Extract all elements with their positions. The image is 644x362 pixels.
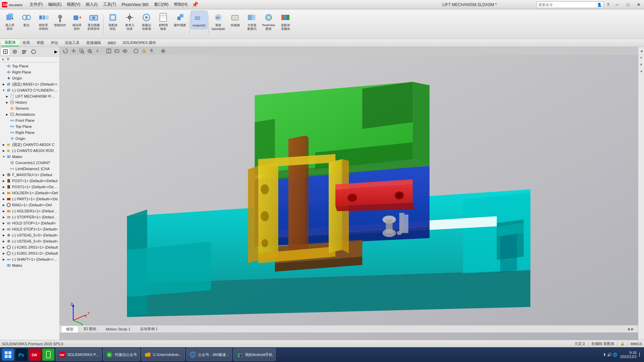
tree-holder[interactable]: ▶ HOLDER<1> (Default<<Def <box>0 190 59 196</box>
tree-chanto-ab10x-c[interactable]: ▶ (固定) CHANTO AB10X C <box>0 142 59 148</box>
pan-view-button[interactable] <box>70 47 77 55</box>
search-input[interactable] <box>537 1 604 8</box>
tree-61901-2[interactable]: ▶ (-) 61901-2RS1<2> (Default <box>0 250 59 256</box>
taskbar-solidworks-icon[interactable]: SW <box>29 349 41 361</box>
toolbar-realview[interactable]: RealView图形 <box>260 11 277 32</box>
tree-holdstop[interactable]: ▶ HOLD STOP<1> (Default< <box>0 220 59 226</box>
tree-front-plane[interactable]: Front Plane <box>0 117 59 123</box>
toolbar-bom[interactable]: 材料明细表 <box>155 11 172 32</box>
toolbar-show-hide[interactable]: 显示隐藏的零部件 <box>85 11 102 32</box>
toolbar-mate[interactable]: 配合 <box>18 11 35 29</box>
toolbar-color[interactable]: 装配体变颜色 <box>277 11 294 32</box>
tree-lift-mech-doc[interactable]: ▶ LIFT MECHANISM 中的部 <box>0 93 59 99</box>
tree-origin-inner[interactable]: Origin <box>0 136 59 142</box>
right-btn-4[interactable]: ◈ <box>639 68 644 74</box>
help-icon[interactable]: ? <box>604 3 612 7</box>
tree-base[interactable]: ▶ (固定) BASE<1> (Default<< <box>0 81 59 87</box>
maximize-button[interactable]: □ <box>623 0 633 9</box>
zoom-fit-button[interactable] <box>86 47 93 55</box>
display-style-button[interactable] <box>113 47 121 55</box>
appearance-button[interactable] <box>132 47 140 55</box>
tree-post1-1[interactable]: ▶ POST1<1> (Default<<Defau <box>0 184 59 190</box>
taskbar-photoshop[interactable]: Ps <box>15 349 28 361</box>
tree-sensors[interactable]: Sensors <box>0 105 59 111</box>
user-icon[interactable]: 👤 <box>594 3 604 7</box>
tree-holdstop1[interactable]: ▶ HOLD STOP1<1> (Default< <box>0 226 59 232</box>
tab-layout[interactable]: 布局 <box>19 40 33 46</box>
tree-usteh3[interactable]: ▶ (-) USTEH5_5<3> (Default< <box>0 232 59 238</box>
menu-edit[interactable]: 编辑(E) <box>45 0 64 9</box>
menu-window[interactable]: 窗口(W) <box>151 0 171 9</box>
tree-mates-bottom[interactable]: Mates <box>0 262 59 268</box>
prev-view-button[interactable] <box>94 47 101 55</box>
tree-limitdistance1[interactable]: LimitDistance1 (CHA <box>0 166 59 172</box>
tree-origin[interactable]: Origin <box>0 75 59 81</box>
zoom-box-button[interactable] <box>78 47 85 55</box>
tab-motion-study1[interactable]: Motion Study 1 <box>101 326 135 332</box>
toolbar-instant3d[interactable]: 3D Instant3D <box>191 11 208 29</box>
tab-3d-drawing[interactable]: 3D 图纸 <box>79 326 101 332</box>
tree-right-plane[interactable]: Right Plane <box>0 69 59 75</box>
toolbar-explode[interactable]: 爆炸视图 <box>172 11 188 29</box>
search-bar[interactable]: 🔍 <box>537 1 604 8</box>
taskbar-phone[interactable] <box>42 349 54 361</box>
panel-tab-config[interactable] <box>10 48 19 56</box>
tab-sketch[interactable]: 草图 <box>33 40 47 46</box>
scroll-left-btn[interactable]: ◀ <box>627 327 630 331</box>
toolbar-motion-study[interactable]: 新建运动算例 <box>138 11 155 32</box>
menu-view[interactable]: 视图(V) <box>64 0 83 9</box>
hide-show-button[interactable] <box>121 47 129 55</box>
taskbar-show-desktop[interactable]: ▏ <box>639 353 642 357</box>
tree-fm4x[interactable]: ▶ F_M4X070U<1> (Defaul <box>0 172 59 178</box>
3d-viewport[interactable]: Z X Y <box>60 55 638 347</box>
tree-concentric1[interactable]: Concentric1 (CHANT <box>0 160 59 166</box>
taskbar-android-app[interactable]: 📱 我的Android手机 <box>233 348 276 361</box>
tree-stopper[interactable]: ▶ (-) STOPPER<1> (Default<< <box>0 214 59 220</box>
tree-top-plane[interactable]: Top Plane <box>0 63 59 69</box>
menu-file[interactable]: 文件(F) <box>27 0 45 9</box>
minimize-button[interactable]: ─ <box>612 0 623 9</box>
taskbar-browser-app[interactable]: 公众号 - 360极速... <box>186 348 232 361</box>
tree-usteh4[interactable]: ▶ (-) USTEH5_5<4> (Default< <box>0 238 59 244</box>
toolbar-ref-geometry[interactable]: 参考几何体 <box>121 11 138 32</box>
right-btn-1[interactable]: ◀ <box>639 48 644 54</box>
scroll-right-btn[interactable]: ▶ <box>631 327 634 331</box>
section-view-button[interactable] <box>105 47 112 55</box>
tree-part1[interactable]: ▶ (-) PART1<1> (Default<<De <box>0 196 59 202</box>
tab-plugins[interactable]: SOLIDWORKS 插件 <box>119 40 159 46</box>
tree-history[interactable]: ▶ History <box>0 99 59 105</box>
toolbar-shortcut[interactable]: ⚡ 快捷键 <box>227 11 243 29</box>
panel-tab-props[interactable] <box>19 48 29 56</box>
menu-help[interactable]: 帮助(H) <box>171 0 190 9</box>
tab-motion-case1[interactable]: 运动算例 1 <box>135 326 163 332</box>
tree-top-plane-inner[interactable]: Top Plane <box>0 123 59 130</box>
tab-assembly[interactable]: 装配体 <box>1 39 19 46</box>
rotate-view-button[interactable] <box>62 47 69 55</box>
tree-holder1[interactable]: ▶ (-) HOLDER1<1> (Default<< <box>0 208 59 214</box>
scene-button[interactable] <box>140 47 148 55</box>
panel-tab-model[interactable] <box>1 48 10 56</box>
tree-61901-1[interactable]: ▶ (-) 61901-2RS1<1> (Default <box>0 244 59 250</box>
shadows-button[interactable] <box>148 47 156 55</box>
taskbar-folder-app[interactable]: C:\Users\Admin... <box>141 348 185 361</box>
tree-chanto-ab10x-rod[interactable]: ▶ (-) CHANTO AB10X ROD <box>0 148 59 154</box>
menu-tools[interactable]: 工具(T) <box>100 0 119 9</box>
right-btn-2[interactable]: ▼ <box>639 55 644 60</box>
menu-insert[interactable]: 插入(I) <box>83 0 100 9</box>
tree-chanto-cyl[interactable]: ▼ (-) CHANTO CYLINDER<1> <box>0 87 59 93</box>
tree-right-plane-inner[interactable]: Right Plane <box>0 130 59 136</box>
tab-evaluate[interactable]: 评估 <box>47 40 61 46</box>
settings-button[interactable] <box>159 47 167 55</box>
tab-render[interactable]: 渲染工具 <box>61 40 83 46</box>
tree-mates[interactable]: ▼ Mates <box>0 154 59 160</box>
toolbar-insert-part[interactable]: 插入零部件 <box>1 11 18 32</box>
tree-shaft[interactable]: ▶ (-) SHAFT<1> (Default<<De <box>0 256 59 262</box>
close-button[interactable]: ✕ <box>633 0 644 9</box>
taskbar-chat-app[interactable]: 微 托微信公众号 <box>103 348 140 361</box>
toolbar-speedpak[interactable]: SP 更新Speedpak <box>210 11 227 32</box>
tab-direct-edit[interactable]: 直接编辑 <box>83 40 104 46</box>
toolbar-large-asm[interactable]: 大型装配模式 <box>243 11 260 32</box>
panel-expand-arrow[interactable]: ▶ <box>53 49 59 55</box>
taskbar-sw-app[interactable]: SW SOLIDWORKS P... <box>56 348 102 361</box>
right-btn-3[interactable]: ⊞ <box>639 62 644 67</box>
